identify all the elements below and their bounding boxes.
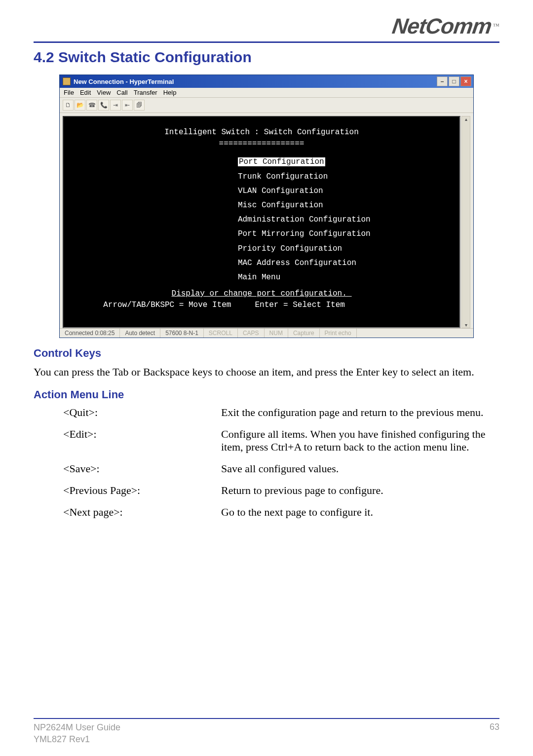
terminal-menu-item[interactable]: Administration Configuration [64,214,459,226]
action-desc: Exit the configuration page and return t… [221,406,499,419]
action-key-quit: <Quit>: [63,406,221,419]
action-desc: Save all configured values. [221,462,499,475]
action-desc: Configure all items. When you have finis… [221,428,499,454]
control-keys-paragraph: You can press the Tab or Backspace keys … [34,365,499,379]
status-num: NUM [265,329,288,338]
menu-help[interactable]: Help [163,89,177,96]
status-connected: Connected 0:08:25 [60,329,120,338]
scroll-up-icon[interactable]: ▴ [465,116,467,122]
header-logo-row: NetComm ™ [34,14,499,38]
toolbar-new-icon[interactable]: 🗋 [63,100,74,111]
action-desc: Return to previous page to configure. [221,484,499,497]
status-caps: CAPS [238,329,265,338]
status-baud: 57600 8-N-1 [160,329,204,338]
terminal-nav-hint: Arrow/TAB/BKSPC = Move Item Enter = Sele… [64,300,459,311]
terminal-menu-item[interactable]: MAC Address Configuration [64,258,459,269]
action-key-save: <Save>: [63,462,221,475]
control-keys-heading: Control Keys [34,347,499,360]
terminal-menu-list: Port Configuration Trunk Configuration V… [64,156,459,283]
section-title: 4.2 Switch Static Configuration [34,49,499,66]
page-footer: NP2624M User Guide YML827 Rev1 63 [34,718,499,745]
minimize-button[interactable]: – [437,76,448,86]
terminal-menu-item[interactable]: Port Mirroring Configuration [64,228,459,240]
terminal-header: Intelligent Switch : Switch Configuratio… [64,127,459,138]
terminal-menu-item[interactable]: Priority Configuration [64,243,459,255]
window-titlebar[interactable]: New Connection - HyperTerminal – □ × [60,75,473,88]
menu-view[interactable]: View [97,89,111,96]
scroll-down-icon[interactable]: ▾ [465,322,467,328]
action-row: <Edit>: Configure all items. When you ha… [63,428,499,454]
footer-doc-rev: YML827 Rev1 [34,734,120,745]
maximize-button[interactable]: □ [449,76,459,86]
action-menu-table: <Quit>: Exit the configuration page and … [34,406,499,519]
toolbar-send-icon[interactable]: ⇥ [110,100,121,111]
footer-doc-title: NP2624M User Guide [34,722,120,733]
hyperterminal-window: New Connection - HyperTerminal – □ × Fil… [59,75,474,338]
menu-file[interactable]: File [64,89,74,96]
status-printecho: Print echo [320,329,357,338]
terminal-menu-item[interactable]: Trunk Configuration [64,171,459,183]
scrollbar[interactable]: ▴ ▾ [461,116,470,328]
action-key-previous-page: <Previous Page>: [63,484,221,497]
menu-bar[interactable]: File Edit View Call Transfer Help [60,88,473,98]
toolbar-call-icon[interactable]: ☎ [86,100,97,111]
footer-page-number: 63 [490,722,499,745]
menu-transfer[interactable]: Transfer [134,89,157,96]
action-key-edit: <Edit>: [63,428,221,454]
window-title: New Connection - HyperTerminal [74,78,174,85]
brand-logo: NetComm [391,14,494,38]
action-row: <Next page>: Go to the next page to conf… [63,506,499,519]
toolbar: 🗋 📂 ☎ 📞 ⇥ ⇤ 🗐 [60,98,473,113]
brand-tm: ™ [493,22,499,30]
app-icon [63,77,71,85]
status-capture: Capture [288,329,320,338]
status-scroll: SCROLL [204,329,238,338]
terminal-help-line: Display or change port configuration._ [64,288,459,300]
action-key-next-page: <Next page>: [63,506,221,519]
action-desc: Go to the next page to configure it. [221,506,499,519]
terminal-divider: ================== [64,138,459,150]
action-row: <Save>: Save all configured values. [63,462,499,475]
toolbar-props-icon[interactable]: 🗐 [134,100,145,111]
terminal-menu-item[interactable]: Main Menu [64,272,459,283]
terminal-menu-item[interactable]: Port Configuration [64,156,459,168]
close-button[interactable]: × [460,76,471,86]
status-detect: Auto detect [120,329,160,338]
toolbar-hangup-icon[interactable]: 📞 [98,100,109,111]
terminal-menu-item[interactable]: VLAN Configuration [64,186,459,197]
header-rule [34,41,499,43]
status-bar: Connected 0:08:25 Auto detect 57600 8-N-… [60,328,473,338]
toolbar-open-icon[interactable]: 📂 [75,100,85,111]
menu-edit[interactable]: Edit [80,89,91,96]
toolbar-receive-icon[interactable]: ⇤ [122,100,133,111]
terminal-menu-item[interactable]: Misc Configuration [64,200,459,211]
terminal-area[interactable]: Intelligent Switch : Switch Configuratio… [63,116,460,328]
action-row: <Quit>: Exit the configuration page and … [63,406,499,419]
action-menu-heading: Action Menu Line [34,388,499,401]
action-row: <Previous Page>: Return to previous page… [63,484,499,497]
menu-call[interactable]: Call [116,89,127,96]
